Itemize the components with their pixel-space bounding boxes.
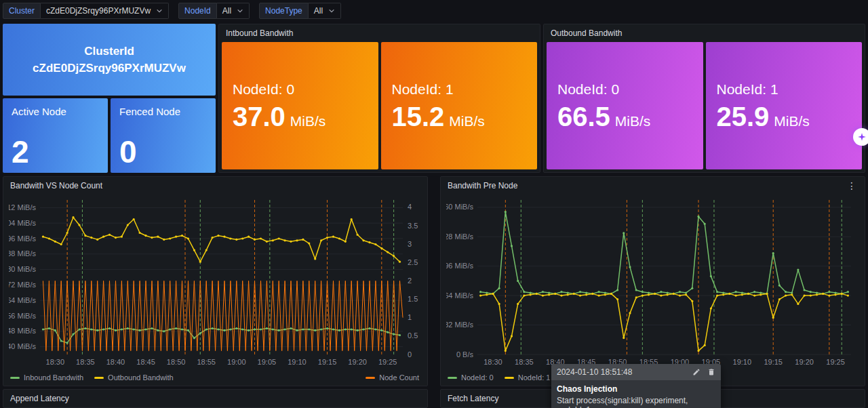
- active-node-stat: Active Node 2: [3, 98, 108, 173]
- fenced-node-value: 0: [119, 138, 207, 166]
- inbound-stat-row: NodeId: 0 37.0 MiB/s NodeId: 1 15.2 MiB/…: [222, 42, 537, 169]
- svg-text:18:45: 18:45: [136, 358, 155, 366]
- legend-label: Inbound Bandwith: [24, 373, 83, 382]
- bandwith-vs-node-count-chart[interactable]: 40 MiB/s48 MiB/s56 MiB/s64 MiB/s72 MiB/s…: [9, 196, 423, 368]
- annotation-title: Chaos Injection: [557, 384, 715, 394]
- variable-value-nodetype-text: All: [314, 6, 323, 16]
- inbound-node0-value: 37.0 MiB/s: [233, 103, 378, 130]
- legend-swatch: [448, 377, 457, 379]
- outbound-node1-label: NodeId: 1: [717, 81, 863, 98]
- legend-swatch: [366, 377, 375, 379]
- chart1-title: Bandwith VS Node Count: [10, 181, 102, 190]
- svg-text:1.5: 1.5: [408, 295, 418, 303]
- fetch-latency-title: Fetch Latency: [448, 394, 498, 403]
- annotation-actions: [692, 368, 715, 376]
- svg-text:2.5: 2.5: [408, 258, 418, 266]
- svg-text:0: 0: [408, 350, 412, 359]
- sparkle-icon: [857, 132, 867, 142]
- inbound-node1-number: 15.2: [392, 103, 445, 130]
- outbound-stat-node1: NodeId: 1 25.9 MiB/s: [706, 42, 863, 169]
- legend-label: Node Count: [379, 373, 419, 382]
- inbound-panel-title: Intbound Bandwith: [226, 28, 293, 38]
- inbound-panel-header: Intbound Bandwith: [219, 24, 540, 42]
- svg-text:72 MiB/s: 72 MiB/s: [9, 281, 36, 289]
- inbound-node1-unit: MiB/s: [449, 114, 485, 128]
- outbound-node0-number: 66.5: [557, 103, 610, 130]
- legend-swatch: [10, 377, 20, 379]
- svg-text:18:30: 18:30: [46, 358, 65, 366]
- chevron-down-icon: [156, 7, 163, 14]
- legend-item[interactable]: NodeId: 1: [505, 373, 551, 382]
- edit-annotation-icon[interactable]: [692, 368, 701, 376]
- outbound-node0-value: 66.5 MiB/s: [557, 103, 703, 130]
- svg-text:96 MiB/s: 96 MiB/s: [446, 262, 473, 270]
- variable-value-nodetype[interactable]: All: [309, 3, 341, 19]
- svg-text:18:40: 18:40: [106, 358, 125, 366]
- svg-text:112 MiB/s: 112 MiB/s: [9, 203, 36, 211]
- annotation-tooltip-body: Chaos Injection Start process(signal:kil…: [551, 380, 721, 408]
- svg-text:3.5: 3.5: [408, 222, 418, 230]
- chart1-header: Bandwith VS Node Count: [3, 177, 427, 195]
- inbound-stat-node1: NodeId: 1 15.2 MiB/s: [381, 42, 538, 169]
- variable-label-nodeid: NodeId: [178, 3, 217, 19]
- panel-cluster-id: ClusterId cZdE0DjZSrqy96PXrMUZVw: [3, 24, 216, 96]
- outbound-stat-node0: NodeId: 0 66.5 MiB/s: [547, 42, 703, 169]
- legend-item[interactable]: NodeId: 0: [448, 373, 494, 382]
- delete-annotation-icon[interactable]: [707, 368, 715, 376]
- outbound-panel-header: Outbound Bandwith: [544, 24, 865, 42]
- panel-outbound-bandwidth: Outbound Bandwith NodeId: 0 66.5 MiB/s N…: [543, 24, 865, 173]
- outbound-stat-row: NodeId: 0 66.5 MiB/s NodeId: 1 25.9 MiB/…: [547, 42, 862, 169]
- svg-text:56 MiB/s: 56 MiB/s: [9, 312, 36, 320]
- variable-value-cluster-text: cZdE0DjZSrqy96PXrMUZVw: [46, 6, 151, 16]
- outbound-node0-unit: MiB/s: [615, 114, 651, 128]
- variable-label-cluster: Cluster: [3, 3, 41, 19]
- panel-menu-icon[interactable]: ⋮: [844, 181, 859, 190]
- svg-text:104 MiB/s: 104 MiB/s: [9, 219, 36, 227]
- svg-text:19:05: 19:05: [258, 358, 277, 366]
- svg-text:18:35: 18:35: [515, 358, 534, 366]
- svg-text:160 MiB/s: 160 MiB/s: [446, 203, 473, 211]
- inbound-node0-number: 37.0: [233, 103, 285, 130]
- legend-item[interactable]: Outbound Bandwith: [94, 373, 174, 382]
- svg-text:0 B/s: 0 B/s: [456, 350, 474, 359]
- panel-inbound-bandwidth: Intbound Bandwith NodeId: 0 37.0 MiB/s N…: [218, 24, 540, 173]
- svg-text:18:50: 18:50: [167, 358, 186, 366]
- variable-label-nodetype: NodeType: [259, 3, 309, 19]
- svg-text:3: 3: [408, 240, 412, 248]
- svg-text:19:15: 19:15: [764, 358, 783, 366]
- svg-text:48 MiB/s: 48 MiB/s: [9, 327, 36, 335]
- panel-active-node: Active Node 2: [3, 98, 108, 173]
- variable-value-cluster[interactable]: cZdE0DjZSrqy96PXrMUZVw: [41, 3, 169, 19]
- inbound-node0-unit: MiB/s: [290, 114, 326, 128]
- svg-text:96 MiB/s: 96 MiB/s: [9, 234, 36, 243]
- chart2-title: Bandwith Pre Node: [448, 181, 517, 190]
- legend-label: NodeId: 0: [461, 373, 494, 382]
- panel-bandwith-vs-node-count: Bandwith VS Node Count 40 MiB/s48 MiB/s5…: [3, 176, 428, 386]
- fenced-node-title: Fenced Node: [119, 106, 207, 117]
- legend-item[interactable]: Inbound Bandwith: [10, 373, 83, 382]
- panel-bandwith-pre-node: Bandwith Pre Node ⋮ 0 B/s32 MiB/s64 MiB/…: [440, 176, 865, 386]
- svg-text:19:20: 19:20: [348, 358, 367, 366]
- outbound-node1-number: 25.9: [717, 103, 770, 130]
- svg-text:18:30: 18:30: [484, 358, 502, 366]
- legend-label: Outbound Bandwith: [108, 373, 174, 382]
- svg-text:32 MiB/s: 32 MiB/s: [446, 321, 473, 329]
- inbound-stat-node0: NodeId: 0 37.0 MiB/s: [222, 42, 378, 169]
- svg-text:88 MiB/s: 88 MiB/s: [9, 249, 36, 258]
- svg-text:18:35: 18:35: [76, 358, 95, 366]
- variable-nodetype: NodeType All: [259, 3, 341, 19]
- svg-text:0.5: 0.5: [408, 331, 418, 340]
- variable-value-nodeid[interactable]: All: [217, 3, 250, 19]
- inbound-node0-label: NodeId: 0: [233, 81, 378, 98]
- variable-value-nodeid-text: All: [222, 6, 231, 16]
- annotation-tooltip-header: 2024-01-10 18:51:48: [551, 364, 721, 380]
- svg-text:19:25: 19:25: [826, 358, 845, 366]
- legend-swatch: [94, 377, 104, 379]
- chevron-down-icon: [237, 7, 243, 14]
- cluster-id-value: cZdE0DjZSrqy96PXrMUZVw: [33, 62, 186, 75]
- bandwith-pre-node-chart[interactable]: 0 B/s32 MiB/s64 MiB/s96 MiB/s128 MiB/s16…: [446, 196, 861, 368]
- legend-item[interactable]: Node Count: [366, 373, 419, 382]
- svg-text:19:25: 19:25: [378, 358, 397, 366]
- ai-assistant-button[interactable]: [853, 128, 868, 146]
- inbound-node1-value: 15.2 MiB/s: [392, 103, 538, 130]
